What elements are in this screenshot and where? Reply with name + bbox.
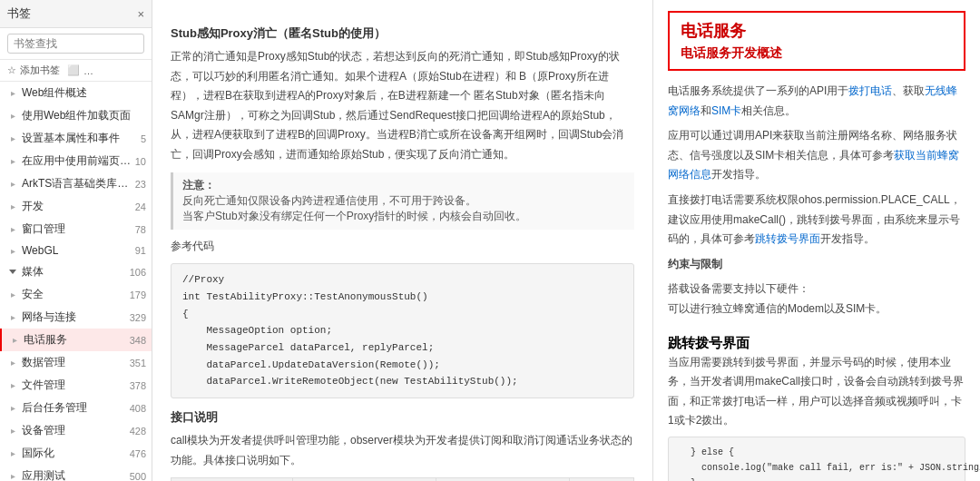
main-content: Stub感知Proxy消亡（匿名Stub的使用） 正常的消亡通知是Proxy感知… <box>152 0 980 481</box>
bullet-icon: ▸ <box>7 179 18 190</box>
sidebar-item-label-app-test: 应用测试 <box>22 468 126 481</box>
ref-label: 参考代码 <box>171 237 634 257</box>
sidebar-item-count-telecom: 348 <box>130 335 146 346</box>
sidebar-item-label-media: 媒体 <box>22 264 126 280</box>
sidebar-item-interface-mgmt[interactable]: ▸窗口管理78 <box>0 218 152 240</box>
sidebar-item-count-i18n: 476 <box>130 448 146 459</box>
sidebar-item-count-dev: 24 <box>135 201 146 212</box>
sidebar-item-security[interactable]: ▸安全179 <box>0 283 152 306</box>
sidebar-item-count-set-basic-attr: 5 <box>141 133 146 144</box>
sidebar-close-button[interactable]: × <box>137 7 144 21</box>
sidebar-search-container <box>0 28 152 60</box>
sidebar-item-label-interface-mgmt: 窗口管理 <box>22 221 132 237</box>
bullet-icon: ▸ <box>7 403 18 414</box>
add-bookmark-icon[interactable]: ☆ <box>7 64 16 76</box>
bullet-icon: ▸ <box>7 245 18 256</box>
sidebar-item-media[interactable]: 媒体106 <box>0 260 152 283</box>
sidebar-item-label-js-in-app: 在应用中使用前端页面JavaSc ript <box>22 153 132 169</box>
sidebar-item-label-task-mgmt: 后台任务管理 <box>22 400 126 416</box>
bullet-icon: ▸ <box>7 358 18 368</box>
right-code-block-1: } else { console.log("make call fail, er… <box>668 437 965 481</box>
sidebar-item-webgl[interactable]: ▸WebGL91 <box>0 240 152 260</box>
bullet-icon: ▸ <box>7 471 18 482</box>
interface-section-title: 接口说明 <box>171 409 634 426</box>
sidebar-item-telecom[interactable]: ▸电话服务348 <box>0 329 152 351</box>
add-bookmark-label[interactable]: 添加书签 <box>20 64 60 77</box>
sidebar-item-label-dev: 开发 <box>22 199 132 214</box>
sidebar: 书签 × ☆ 添加书签 ⬜ … ▸Web组件概述▸使用Web组件加载页面▸设置基… <box>0 0 152 481</box>
content-left: Stub感知Proxy消亡（匿名Stub的使用） 正常的消亡通知是Proxy感知… <box>152 0 653 481</box>
content-right: 电话服务 电话服务开发概述 电话服务系统提供了一系列的API用于拨打电话、获取无… <box>653 0 980 481</box>
col-header-desc: 描述 <box>436 478 570 481</box>
link-dial[interactable]: 拨打电话 <box>848 84 892 97</box>
sidebar-item-dev[interactable]: ▸开发24 <box>0 195 152 218</box>
link-cellular-info[interactable]: 获取当前蜂窝网络信息 <box>668 149 959 182</box>
sidebar-item-label-security: 安全 <box>22 287 126 302</box>
right-header-box: 电话服务 电话服务开发概述 <box>668 11 965 71</box>
constraint-title: 约束与限制 <box>668 255 965 275</box>
sidebar-item-label-file-mgmt: 文件管理 <box>22 378 126 393</box>
sidebar-item-network[interactable]: ▸网络与连接329 <box>0 306 152 329</box>
right-para3: 直接拨打电话需要系统权限ohos.permission.PLACE_CALL，建… <box>668 191 965 250</box>
note-text2: 当客户Stub对象没有绑定任何一个Proxy指针的时候，内核会自动回收。 <box>182 210 526 222</box>
sidebar-item-label-network: 网络与连接 <box>22 309 126 325</box>
sidebar-item-js-in-app[interactable]: ▸在应用中使用前端页面JavaSc ript10 <box>0 150 152 172</box>
sidebar-toolbar: ☆ 添加书签 ⬜ … <box>0 60 152 82</box>
more-options-label[interactable]: … <box>83 65 93 76</box>
jump-para: 当应用需要跳转到拨号界面，并显示号码的时候，使用本业务，当开发者调用makeCa… <box>668 353 965 431</box>
sidebar-item-device-mgmt[interactable]: ▸设备管理428 <box>0 419 152 442</box>
note-label: 注意： <box>182 179 215 191</box>
bullet-icon: ▸ <box>7 380 18 391</box>
right-sub-title: 电话服务开发概述 <box>681 45 953 62</box>
sidebar-item-count-data-mgmt: 351 <box>130 358 146 368</box>
interface-desc: call模块为开发者提供呼叫管理功能，observer模块为开发者提供订阅和取消… <box>171 431 634 470</box>
right-para1: 电话服务系统提供了一系列的API用于拨打电话、获取无线蜂窝网络和SIM卡相关信息… <box>668 82 965 121</box>
more-options-icon[interactable]: ⬜ <box>67 64 80 76</box>
right-intro-section: 电话服务系统提供了一系列的API用于拨打电话、获取无线蜂窝网络和SIM卡相关信息… <box>668 82 965 319</box>
sidebar-item-count-network: 329 <box>130 312 146 323</box>
right-big-title: 电话服务 <box>681 20 953 42</box>
jump-title: 跳转拨号界面 <box>668 334 965 353</box>
bullet-icon: ▸ <box>7 111 18 122</box>
right-jump-section: 当应用需要跳转到拨号界面，并显示号码的时候，使用本业务，当开发者调用makeCa… <box>668 353 965 481</box>
sidebar-item-ark-ts[interactable]: ▸ArkTS语言基础类库概述23 <box>0 172 152 195</box>
sidebar-item-use-web-component[interactable]: ▸使用Web组件加载页面 <box>0 104 152 127</box>
link-sim[interactable]: SIM卡 <box>711 104 741 117</box>
code-block: //Proxy int TestAbilityProxy::TestAnonym… <box>171 263 634 398</box>
bullet-icon: ▸ <box>9 335 20 346</box>
sidebar-item-set-basic-attr[interactable]: ▸设置基本属性和事件5 <box>0 127 152 150</box>
sidebar-item-label-ark-ts: ArkTS语言基础类库概述 <box>22 176 132 191</box>
sidebar-item-task-mgmt[interactable]: ▸后台任务管理408 <box>0 397 152 419</box>
api-table-container: 功能分类 接口名 描述 所需权限 能力获取call.hasVoiceCapabi… <box>171 477 634 481</box>
sidebar-item-count-ark-ts: 23 <box>135 179 146 190</box>
sidebar-item-count-task-mgmt: 408 <box>130 403 146 414</box>
search-input[interactable] <box>7 34 144 54</box>
sidebar-item-label-i18n: 国际化 <box>22 446 126 461</box>
link-dial-guide[interactable]: 跳转拨号界面 <box>755 232 820 245</box>
sidebar-item-i18n[interactable]: ▸国际化476 <box>0 442 152 465</box>
sidebar-item-file-mgmt[interactable]: ▸文件管理378 <box>0 374 152 397</box>
bullet-icon: ▸ <box>7 201 18 212</box>
sidebar-item-count-media: 106 <box>130 267 146 278</box>
col-header-api: 接口名 <box>293 478 436 481</box>
sidebar-item-label-telecom: 电话服务 <box>24 332 126 348</box>
sidebar-item-label-web-component: Web组件概述 <box>22 85 146 101</box>
bullet-icon: ▸ <box>7 88 18 99</box>
sidebar-item-label-device-mgmt: 设备管理 <box>22 423 126 438</box>
sidebar-title: 书签 <box>7 5 31 22</box>
sidebar-item-label-data-mgmt: 数据管理 <box>22 355 126 370</box>
sidebar-item-count-security: 179 <box>130 290 146 300</box>
bullet-icon: ▸ <box>7 448 18 459</box>
sidebar-item-count-interface-mgmt: 78 <box>135 224 146 235</box>
stub-para1: 正常的消亡通知是Proxy感知Stub的状态，若想达到反向的死消亡通知，即Stu… <box>171 47 634 165</box>
sidebar-item-data-mgmt[interactable]: ▸数据管理351 <box>0 351 152 374</box>
sidebar-item-label-webgl: WebGL <box>22 244 132 257</box>
right-para2: 应用可以通过调用API来获取当前注册网络名称、网络服务状态、信号强度以及SIM卡… <box>668 126 965 185</box>
sidebar-item-app-test[interactable]: ▸应用测试500 <box>0 465 152 481</box>
sidebar-item-count-app-test: 500 <box>130 471 146 482</box>
sidebar-item-label-use-web-component: 使用Web组件加载页面 <box>22 108 146 123</box>
sidebar-item-label-set-basic-attr: 设置基本属性和事件 <box>22 131 137 146</box>
sidebar-item-web-component[interactable]: ▸Web组件概述 <box>0 82 152 104</box>
bullet-icon: ▸ <box>7 312 18 323</box>
bullet-icon: ▸ <box>7 426 18 437</box>
